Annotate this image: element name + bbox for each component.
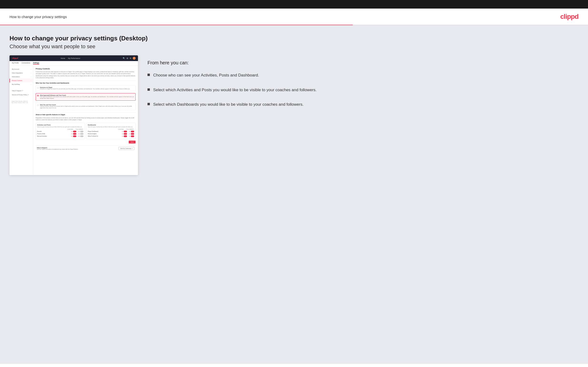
- save-row: Save: [36, 141, 136, 143]
- subnav-settings: Settings: [33, 62, 39, 65]
- chevron-icon: ›: [31, 72, 31, 74]
- chevron-icon: ›: [31, 68, 31, 70]
- toggle-grid: Activities and Posts Select the types of…: [36, 123, 136, 139]
- chevron-icon: ›: [31, 80, 31, 81]
- bullet-item-3: Select which Dashboards you would like t…: [147, 101, 579, 108]
- bullet-square: [147, 88, 150, 91]
- top-bar: [0, 0, 588, 8]
- toggle-player-dashboard: Player Dashboard ON ON: [88, 131, 134, 132]
- divider-1: [36, 81, 136, 81]
- toggle-rounds: Rounds ON ON: [37, 131, 84, 132]
- mockup-help-section: Help & Support Visit our Clippd communit…: [36, 145, 136, 151]
- show-hide-title: Show or hide specific features in Clippd: [36, 114, 136, 116]
- visit-community-button[interactable]: Visit Our Community ↗: [119, 147, 134, 150]
- privacy-controls-desc: Control how you and your data appears to…: [36, 71, 136, 79]
- mockup-save-button[interactable]: Save: [129, 141, 136, 143]
- toggle-practice-drills: Practice Drills ON ON: [37, 133, 84, 135]
- app-mockup: clippd Home My Performance 🔍 ⊞ ⚙ My Prof…: [9, 55, 138, 175]
- radio-everyone: Everyone on Clippd Everyone on Clippd ca…: [36, 85, 136, 91]
- footer: Copyright Clippd 2022: [0, 364, 588, 367]
- chevron-icon: ›: [31, 83, 31, 85]
- sidebar-privacy-controls: Privacy Controls ›: [9, 79, 33, 83]
- page-subheading: Choose what you want people to see: [9, 43, 579, 50]
- main-content: How to change your privacy settings (Des…: [0, 25, 588, 364]
- mockup-body: My Account › Data Integrations › Subscri…: [9, 66, 138, 175]
- activities-panel: Activities and Posts Select the types of…: [36, 123, 85, 139]
- bullet-text-1: Choose who can see your Activities, Post…: [153, 72, 259, 78]
- sidebar-help-support: Help & Support ↗: [9, 89, 33, 93]
- settings-icon: ⚙: [130, 57, 131, 59]
- grid-icon: ⊞: [127, 57, 128, 59]
- show-hide-desc: Regardless of the privacy controls that …: [36, 117, 136, 121]
- bullet-text-2: Select which Activities and Posts you wo…: [153, 87, 317, 93]
- mockup-sidebar: My Account › Data Integrations › Subscri…: [9, 66, 33, 175]
- sidebar-service-privacy: Service & Privacy Policy ↗: [9, 93, 33, 97]
- nav-performance: My Performance: [68, 58, 80, 59]
- info-panel: From here you can: Choose who can see yo…: [147, 55, 579, 116]
- radio-everyone-button: [37, 87, 39, 89]
- radio-followers-coach-button: [37, 95, 39, 96]
- mockup-nav-links: Home My Performance: [61, 58, 80, 59]
- mockup-nav-icons: 🔍 ⊞ ⚙: [123, 57, 136, 60]
- mockup-subnav: My Profile Connections Settings: [9, 61, 138, 66]
- mockup-main-panel: Privacy Controls Control how you and you…: [33, 66, 138, 175]
- user-avatar: [133, 57, 136, 60]
- content-layout: clippd Home My Performance 🔍 ⊞ ⚙ My Prof…: [9, 55, 579, 175]
- mockup-version: Clippd Client Version: 2022.8.2SQL Serve…: [9, 99, 33, 105]
- bullet-square: [147, 74, 150, 76]
- logo: clippd: [560, 13, 579, 20]
- bullet-item-1: Choose who can see your Activities, Post…: [147, 72, 579, 78]
- bullet-square: [147, 103, 150, 105]
- toggle-round-insights: Round Insights ON ON: [88, 133, 134, 135]
- sidebar-my-account: My Account ›: [9, 67, 33, 71]
- header: How to change your privacy settings clip…: [0, 8, 588, 25]
- sidebar-golf-bag: My Golf Bag ›: [9, 83, 33, 86]
- radio-followers-coach: Only Approved Followers and Your Coach O…: [36, 93, 136, 101]
- header-title: How to change your privacy settings: [9, 15, 67, 19]
- radio-only-you-button: [37, 104, 39, 106]
- sidebar-subscription: Subscription ›: [9, 75, 33, 79]
- nav-home: Home: [61, 58, 65, 59]
- search-icon: 🔍: [123, 57, 125, 59]
- dashboards-panel: Dashboards Select the types of activity …: [86, 123, 136, 139]
- screenshot-container: clippd Home My Performance 🔍 ⊞ ⚙ My Prof…: [9, 55, 138, 175]
- toggle-manual-activities: Manual Activities ON ON: [37, 135, 84, 137]
- radio-only-you-coach: Only You and Your Coach Only you and the…: [36, 103, 136, 110]
- toggle-what-to-work-on: What To Work On ON ON: [88, 135, 134, 137]
- divider-2: [36, 112, 136, 112]
- subnav-connections: Connections: [22, 62, 30, 65]
- mockup-logo: clippd: [12, 57, 18, 59]
- bullet-text-3: Select which Dashboards you would like t…: [153, 101, 303, 108]
- chevron-icon: ›: [31, 76, 31, 77]
- page-heading: How to change your privacy settings (Des…: [9, 35, 579, 42]
- sidebar-data-integrations: Data Integrations ›: [9, 71, 33, 75]
- who-can-see-title: Who Can See Your Activities and Dashboar…: [36, 82, 136, 84]
- subnav-profile: My Profile: [12, 62, 19, 65]
- bullet-list: Choose who can see your Activities, Post…: [147, 72, 579, 108]
- mockup-navbar: clippd Home My Performance 🔍 ⊞ ⚙: [9, 55, 138, 61]
- privacy-controls-title: Privacy Controls: [36, 68, 136, 70]
- info-panel-title: From here you can:: [147, 60, 579, 66]
- bullet-item-2: Select which Activities and Posts you wo…: [147, 87, 579, 93]
